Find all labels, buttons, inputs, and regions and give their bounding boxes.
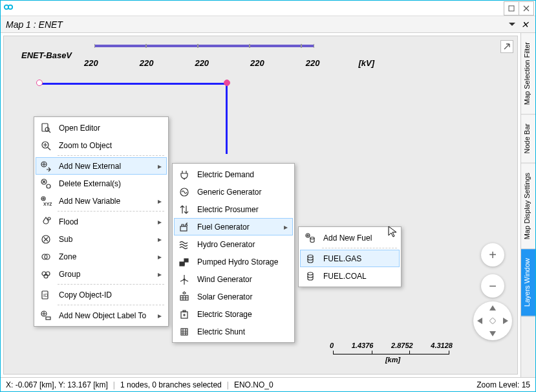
svg-point-33: [310, 237, 314, 239]
document-search-icon: [38, 120, 54, 136]
tab-layers-window[interactable]: Layers Window: [521, 249, 535, 316]
plug-icon: [177, 167, 192, 182]
copy-id-icon: ID: [38, 287, 54, 303]
svg-rect-31: [181, 329, 188, 335]
svg-point-4: [45, 127, 49, 131]
menu-item-fuel-coal[interactable]: FUEL.COAL: [300, 267, 400, 285]
svg-rect-2: [509, 6, 514, 11]
menu-item-copy-object-id[interactable]: ID Copy Object-ID: [36, 286, 167, 303]
flood-icon: [38, 214, 54, 230]
zoom-in-button[interactable]: +: [481, 243, 504, 267]
menu-item-zoom-to-object[interactable]: Zoom to Object: [36, 136, 167, 154]
context-submenu-externals: Electric Demand Generic Generator Electr…: [172, 163, 295, 343]
menu-item-flood[interactable]: Flood ▸: [36, 213, 167, 230]
zoom-out-button[interactable]: −: [481, 274, 504, 298]
scale-unit: [km]: [333, 356, 453, 364]
sub-icon: [38, 232, 54, 247]
context-submenu-fuel: Add New Fuel FUEL.GAS FUEL.COAL: [298, 226, 402, 287]
hydro-icon: [177, 237, 192, 252]
pan-control: [473, 301, 512, 340]
network-node-selected[interactable]: [224, 80, 230, 86]
pumped-storage-icon: [177, 254, 192, 270]
add-fuel-icon: [303, 230, 318, 246]
status-coords: X: -0.067 [km], Y: 13.167 [km]: [6, 380, 108, 389]
svg-point-26: [184, 279, 185, 280]
side-tabs: Map Selection Filter Node Bar Map Displa…: [520, 33, 535, 377]
app-logo-icon: [2, 2, 15, 15]
add-variable-icon: XYZ: [38, 193, 54, 209]
restore-button[interactable]: [504, 1, 519, 16]
menu-item-solar-generator[interactable]: Solar Generator: [174, 288, 293, 305]
zoom-in-icon: [38, 138, 54, 153]
pan-left-button[interactable]: [477, 318, 482, 324]
titlebar: [1, 1, 535, 16]
svg-point-8: [47, 184, 50, 188]
voltage-legend: ENET-BaseV: [21, 50, 72, 60]
pan-right-button[interactable]: [503, 318, 508, 324]
menu-item-electric-shunt[interactable]: Electric Shunt: [174, 323, 293, 340]
close-button[interactable]: [519, 1, 534, 16]
menu-item-add-new-fuel[interactable]: Add New Fuel: [300, 229, 400, 246]
battery-icon: [177, 307, 192, 322]
map-close-button[interactable]: ✕: [520, 19, 530, 30]
svg-point-28: [184, 292, 186, 294]
generator-icon: [177, 184, 192, 200]
status-object: ENO.NO_0: [234, 380, 273, 389]
pan-center-button[interactable]: [489, 317, 496, 324]
network-branch[interactable]: [40, 83, 228, 85]
menu-item-add-new-object-label-to[interactable]: Add New Object Label To ▸: [36, 307, 167, 324]
menu-item-electric-prosumer[interactable]: Electric Prosumer: [174, 201, 293, 218]
submenu-arrow-icon: ▸: [158, 270, 163, 279]
pan-down-button[interactable]: [489, 331, 496, 336]
submenu-arrow-icon: ▸: [158, 311, 163, 320]
menu-item-hydro-generator[interactable]: Hydro Generator: [174, 235, 293, 253]
menu-item-electric-storage[interactable]: Electric Storage: [174, 305, 293, 323]
group-icon: [38, 267, 54, 282]
menu-item-pumped-hydro-storage[interactable]: Pumped Hydro Storage: [174, 253, 293, 270]
submenu-arrow-icon: ▸: [158, 235, 163, 244]
prosumer-icon: [177, 202, 192, 217]
voltage-label: ENET-BaseV: [21, 50, 72, 60]
svg-point-11: [48, 217, 50, 220]
svg-text:ID: ID: [43, 293, 48, 298]
menu-item-zone[interactable]: Zone ▸: [36, 248, 167, 265]
menu-item-fuel-gas[interactable]: FUEL.GAS: [300, 250, 400, 267]
menu-item-electric-demand[interactable]: Electric Demand: [174, 166, 293, 183]
menu-item-generic-generator[interactable]: Generic Generator: [174, 183, 293, 201]
dropdown-icon[interactable]: [507, 19, 517, 30]
submenu-arrow-icon: ▸: [158, 252, 163, 261]
delete-external-icon: [38, 176, 54, 191]
pan-up-button[interactable]: [489, 305, 496, 310]
map-title: Map 1 : ENET: [6, 19, 63, 30]
status-zoom: Zoom Level: 15: [477, 380, 530, 389]
menu-item-open-editor[interactable]: Open Editor: [36, 119, 167, 136]
menu-item-add-new-external[interactable]: Add New External ▸: [36, 157, 167, 175]
menu-item-wind-generator[interactable]: Wind Generator: [174, 270, 293, 288]
fuel-generator-icon: [177, 219, 192, 235]
map-header: Map 1 : ENET ✕: [1, 16, 535, 33]
tab-map-selection-filter[interactable]: Map Selection Filter: [521, 33, 535, 114]
menu-item-group[interactable]: Group ▸: [36, 265, 167, 283]
network-branch[interactable]: [226, 83, 228, 154]
zone-icon: [38, 249, 54, 265]
svg-point-34: [308, 255, 313, 257]
fuel-barrel-icon: [303, 251, 318, 267]
status-bar: X: -0.067 [km], Y: 13.167 [km] | 1 nodes…: [1, 377, 535, 391]
map-canvas[interactable]: ENET-BaseV 220 220 220 220 220 [kV]: [3, 36, 518, 375]
network-node[interactable]: [36, 80, 43, 86]
collapse-panel-icon[interactable]: [500, 40, 513, 53]
svg-rect-30: [183, 310, 186, 312]
add-external-icon: [38, 158, 54, 174]
svg-text:XYZ: XYZ: [43, 202, 52, 206]
tab-map-display-settings[interactable]: Map Display Settings: [521, 164, 535, 249]
fuel-barrel-icon: [303, 268, 318, 284]
menu-item-fuel-generator[interactable]: Fuel Generator ▸: [174, 218, 293, 235]
tab-node-bar[interactable]: Node Bar: [521, 114, 535, 163]
status-selection: 1 nodes, 0 branches selected: [120, 380, 222, 389]
svg-rect-21: [46, 317, 50, 320]
menu-item-sub[interactable]: Sub ▸: [36, 230, 167, 248]
menu-item-delete-externals[interactable]: Delete External(s): [36, 175, 167, 192]
svg-rect-24: [180, 262, 184, 266]
context-menu: Open Editor Zoom to Object Add New Exter…: [34, 116, 169, 327]
menu-item-add-new-variable[interactable]: XYZ Add New Variable ▸: [36, 192, 167, 210]
